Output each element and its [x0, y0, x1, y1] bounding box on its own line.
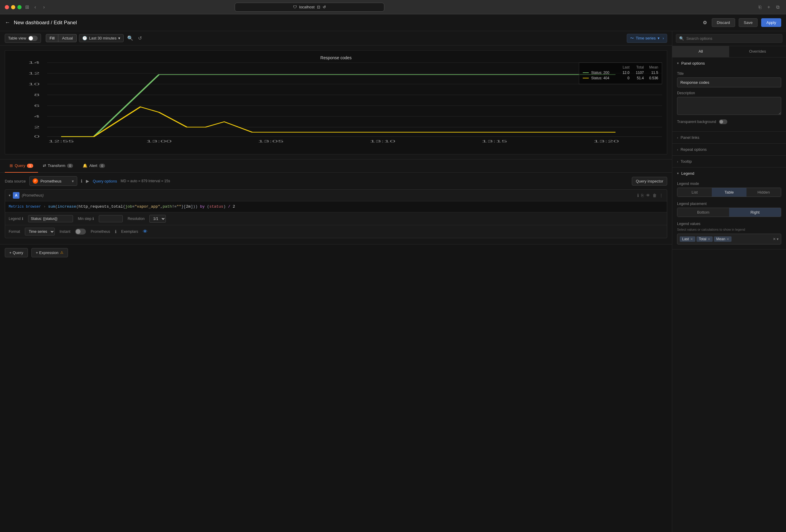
query-a-editor: ▾ A (Prometheus) ℹ ⎘ 👁 🗑 ⋮ Metri	[5, 189, 667, 238]
query-options-arrow[interactable]: ▶	[86, 179, 89, 184]
time-range-picker[interactable]: 🕐 Last 30 minutes ▾	[79, 34, 124, 42]
min-step-info-icon[interactable]: ℹ	[92, 217, 94, 221]
legend-placement-right[interactable]: Right	[729, 208, 781, 217]
legend-mean-header: Mean	[646, 65, 658, 69]
legend-mode-list[interactable]: List	[677, 188, 712, 197]
add-expression-button[interactable]: + Expression ⚠	[31, 248, 68, 257]
info-icon[interactable]: ℹ	[81, 179, 82, 184]
traffic-light-yellow[interactable]	[11, 5, 15, 9]
tooltip-label: Tooltip	[680, 159, 692, 164]
settings-button[interactable]: ⚙	[703, 20, 707, 25]
zoom-out-button[interactable]: 🔍	[126, 34, 134, 42]
legend-placement-bottom[interactable]: Bottom	[677, 208, 729, 217]
prometheus-info-icon[interactable]: ℹ	[115, 229, 116, 234]
query-editor-actions: ℹ ⎘ 👁 🗑 ⋮	[637, 193, 663, 198]
tags-clear-button[interactable]: ✕ ▾	[773, 237, 779, 241]
page-title: New dashboard / Edit Panel	[14, 20, 77, 26]
save-button[interactable]: Save	[739, 18, 758, 27]
exemplars-toggle-icon[interactable]: 👁	[143, 229, 147, 234]
panel-links-section[interactable]: › Panel links	[672, 132, 786, 144]
query-more-btn[interactable]: ⋮	[659, 193, 663, 198]
query-copy-btn[interactable]: ⎘	[641, 193, 644, 198]
min-step-input[interactable]	[99, 215, 123, 222]
add-query-row: + Query + Expression ⚠	[0, 244, 672, 261]
query-toggle-btn[interactable]: 👁	[646, 193, 650, 198]
table-view-toggle[interactable]: Table view	[5, 34, 41, 43]
resolution-select[interactable]: 1/1 1/2 1/3	[149, 215, 166, 223]
legend-mode-hidden[interactable]: Hidden	[746, 188, 781, 197]
legend-values-tags[interactable]: Last ✕ Total ✕ Mean ✕ ✕ ▾	[677, 234, 781, 244]
right-panel-body: ▾ Panel options Title Description Transp…	[672, 57, 786, 532]
forward-btn[interactable]: ›	[41, 3, 46, 11]
collapse-arrow[interactable]: ▾	[9, 193, 10, 197]
repeat-options-section[interactable]: › Repeat options	[672, 144, 786, 155]
panel-options-section: ▾ Panel options Title Description Transp…	[672, 57, 786, 132]
new-tab-btn[interactable]: +	[766, 3, 772, 11]
panel-type-selector[interactable]: 〜 Time series ▾ ›	[627, 34, 667, 43]
panel-type-label: Time series	[636, 36, 656, 41]
actual-button[interactable]: Actual	[59, 34, 77, 42]
transparent-toggle[interactable]	[719, 119, 727, 124]
share-btn[interactable]: ⎗	[757, 3, 763, 11]
legend-mode-table[interactable]: Table	[712, 188, 746, 197]
title-input[interactable]	[677, 77, 781, 87]
svg-text:12: 12	[28, 72, 40, 75]
back-btn[interactable]: ‹	[32, 3, 38, 11]
add-query-button[interactable]: + Query	[5, 248, 28, 257]
tab-overrides[interactable]: Overrides	[729, 46, 786, 57]
resolution-label: Resolution	[128, 217, 144, 221]
tab-transform[interactable]: ⇄ Transform 0	[38, 160, 78, 173]
legend-color-404	[583, 78, 589, 78]
instant-toggle[interactable]	[75, 228, 86, 235]
table-view-switch[interactable]	[28, 35, 38, 41]
fill-button[interactable]: Fill	[46, 34, 59, 42]
table-view-label: Table view	[8, 36, 26, 41]
search-input[interactable]	[686, 36, 779, 41]
metrics-browser-link[interactable]: Metrics browser	[9, 205, 41, 209]
legend-section-body: Legend mode List Table Hidden Legend pla…	[672, 179, 786, 249]
sidebar-toggle-btn[interactable]: ⊞	[25, 4, 29, 10]
tag-last-remove[interactable]: ✕	[690, 237, 693, 241]
url-bar[interactable]: 🛡 localhost ⊡ ↺	[235, 3, 384, 12]
panel-options-label: Panel options	[681, 61, 705, 66]
apply-button[interactable]: Apply	[761, 18, 781, 27]
query-inspector-button[interactable]: Query inspector	[632, 177, 667, 186]
description-textarea[interactable]	[677, 97, 781, 115]
tag-total: Total ✕	[696, 236, 713, 242]
legend-section-header[interactable]: ▾ Legend	[672, 168, 786, 179]
data-source-select[interactable]: P Prometheus ▾	[29, 176, 77, 186]
legend-last-404: 0	[618, 76, 629, 80]
refresh-icon[interactable]: ↺	[323, 5, 326, 9]
query-options-label[interactable]: Query options	[93, 179, 117, 184]
traffic-light-green[interactable]	[17, 5, 22, 9]
legend-color-200	[583, 72, 589, 73]
data-source-row: Data source P Prometheus ▾ ℹ ▶ Query opt…	[5, 176, 667, 186]
format-select[interactable]: Time series Table	[25, 228, 55, 236]
query-help-btn[interactable]: ℹ	[637, 193, 639, 198]
legend-info-icon[interactable]: ℹ	[22, 217, 23, 221]
windows-btn[interactable]: ⧉	[774, 3, 781, 11]
tag-total-remove[interactable]: ✕	[708, 237, 710, 241]
discard-button[interactable]: Discard	[712, 18, 735, 27]
legend-settings-row: Legend ℹ Min step ℹ Resolution 1/1 1/2	[5, 212, 667, 225]
tooltip-section[interactable]: › Tooltip	[672, 155, 786, 168]
tab-all[interactable]: All	[672, 46, 729, 57]
back-button[interactable]: ←	[5, 20, 10, 26]
legend-input[interactable]	[28, 215, 73, 222]
tab-query[interactable]: ⊞ Query 1	[5, 160, 38, 173]
app: ← New dashboard / Edit Panel ⚙ Discard S…	[0, 14, 786, 532]
title-field-label: Title	[677, 72, 781, 76]
panel-options-header[interactable]: ▾ Panel options	[672, 57, 786, 69]
tag-mean-remove[interactable]: ✕	[726, 237, 729, 241]
legend-label: Legend ℹ	[9, 217, 23, 221]
query-delete-btn[interactable]: 🗑	[652, 193, 657, 198]
tab-alert[interactable]: 🔔 Alert 0	[78, 160, 110, 173]
tab-alert-label: Alert	[89, 163, 97, 168]
traffic-light-red[interactable]	[5, 5, 9, 9]
legend-mode-group: List Table Hidden	[677, 188, 781, 197]
repeat-options-label: Repeat options	[680, 147, 707, 152]
refresh-button[interactable]: ↺	[137, 34, 143, 42]
fill-actual-group: Fill Actual	[46, 34, 77, 42]
query-code[interactable]: sum(increase(http_requests_total{job="va…	[48, 204, 663, 210]
data-source-label: Data source	[5, 179, 26, 184]
